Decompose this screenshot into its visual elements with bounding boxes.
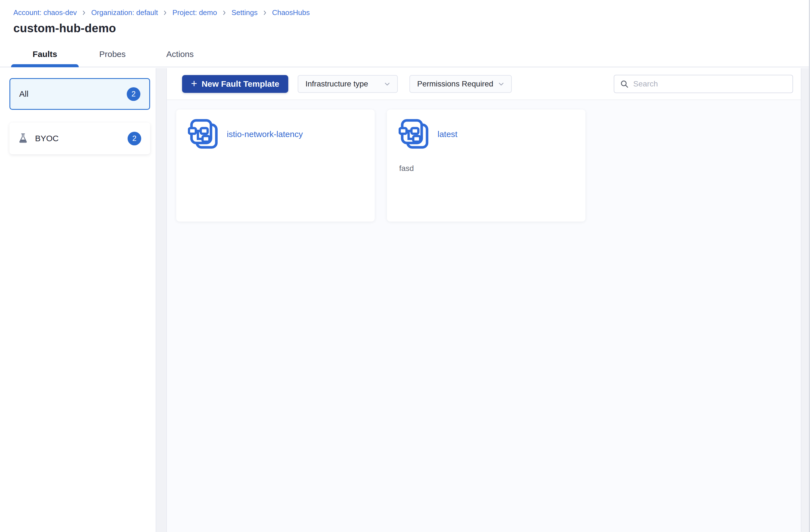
chevron-right-icon	[221, 10, 227, 16]
breadcrumb: Account: chaos-dev Organization: default…	[13, 8, 797, 17]
sidebar-item-all[interactable]: All 2	[10, 78, 150, 110]
fault-template-card[interactable]: istio-network-latency	[176, 110, 375, 222]
breadcrumb-project-link[interactable]: Project: demo	[172, 8, 217, 17]
workspace: All 2 BYOC 2 + New Fault Template Infras…	[0, 68, 810, 532]
flask-icon	[18, 133, 28, 144]
breadcrumb-organization-link[interactable]: Organization: default	[91, 8, 158, 17]
filter-label: BYOC	[35, 134, 59, 143]
window-scrollbar[interactable]	[809, 0, 810, 532]
card-header: istio-network-latency	[187, 117, 363, 151]
fault-template-card[interactable]: latest fasd	[387, 110, 585, 222]
chevron-down-icon	[497, 80, 505, 88]
tab-bar: Faults Probes Actions	[0, 42, 810, 67]
filter-sidebar: All 2 BYOC 2	[0, 68, 156, 532]
tab-actions[interactable]: Actions	[146, 42, 214, 67]
card-header: latest	[398, 117, 574, 151]
dropdown-label: Permissions Required	[417, 80, 493, 88]
fault-template-title-link[interactable]: istio-network-latency	[227, 130, 303, 139]
count-badge: 2	[128, 132, 141, 145]
search-icon	[620, 80, 629, 88]
search-input[interactable]	[633, 80, 787, 88]
infrastructure-type-dropdown[interactable]: Infrastructure type	[298, 75, 398, 93]
filter-label: All	[19, 89, 28, 99]
breadcrumb-chaoshubs-link[interactable]: ChaosHubs	[272, 8, 310, 17]
chevron-right-icon	[262, 10, 268, 16]
tab-faults[interactable]: Faults	[11, 42, 79, 67]
fault-template-title-link[interactable]: latest	[438, 130, 457, 139]
fault-template-icon	[398, 117, 432, 151]
new-fault-template-label: New Fault Template	[201, 79, 279, 88]
content-panel: + New Fault Template Infrastructure type…	[166, 68, 801, 532]
sidebar-item-byoc[interactable]: BYOC 2	[10, 123, 150, 154]
fault-template-icon	[187, 117, 221, 151]
breadcrumb-account-link[interactable]: Account: chaos-dev	[13, 8, 77, 17]
plus-icon: +	[191, 78, 197, 88]
page-title: custom-hub-demo	[13, 22, 797, 35]
fault-template-description	[189, 164, 363, 174]
page-header: Account: chaos-dev Organization: default…	[0, 0, 810, 35]
count-badge: 2	[127, 87, 140, 101]
panel-gap	[156, 68, 166, 532]
fault-template-grid: istio-network-latency	[167, 100, 801, 532]
chevron-down-icon	[383, 80, 391, 88]
chevron-right-icon	[162, 10, 168, 16]
breadcrumb-settings-link[interactable]: Settings	[231, 8, 258, 17]
dropdown-label: Infrastructure type	[306, 80, 368, 88]
fault-template-description: fasd	[399, 164, 574, 174]
search-box	[614, 75, 793, 93]
chevron-right-icon	[81, 10, 87, 16]
new-fault-template-button[interactable]: + New Fault Template	[182, 75, 288, 93]
tab-probes[interactable]: Probes	[79, 42, 146, 67]
permissions-required-dropdown[interactable]: Permissions Required	[409, 75, 512, 93]
toolbar: + New Fault Template Infrastructure type…	[167, 68, 801, 100]
